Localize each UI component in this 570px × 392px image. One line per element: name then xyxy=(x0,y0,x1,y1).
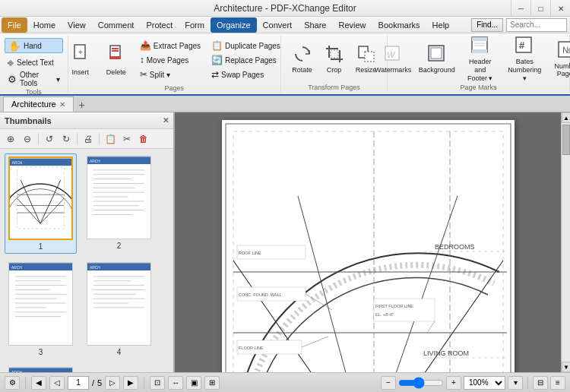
svg-rect-66 xyxy=(87,263,150,344)
vertical-scrollbar[interactable]: ▲ ▼ xyxy=(561,112,570,372)
fit-page-button[interactable]: ⊡ xyxy=(150,376,165,390)
zoom-in-button[interactable]: + xyxy=(446,376,461,390)
menu-view[interactable]: View xyxy=(62,17,92,33)
thumb-cut-button[interactable]: ✂ xyxy=(119,131,135,147)
number-pages-button[interactable]: № Number Pages xyxy=(549,38,570,81)
minimize-button[interactable]: ─ xyxy=(511,0,530,17)
prev-page-button[interactable]: ◀ xyxy=(31,376,46,390)
search-input[interactable] xyxy=(506,18,567,32)
find-button[interactable]: Find... xyxy=(471,18,503,32)
thumbnail-page-2[interactable]: ARCH 2 xyxy=(83,153,155,254)
page-number-input[interactable]: 1 xyxy=(68,376,89,390)
menu-file[interactable]: File xyxy=(2,17,27,33)
thumbnail-page-5[interactable]: ARCH 5 xyxy=(5,365,77,372)
menu-help[interactable]: Help xyxy=(426,17,456,33)
duplicate-icon: 📋 xyxy=(211,40,223,51)
bates-numbering-button[interactable]: # Bates Numbering ▾ xyxy=(502,38,547,81)
menu-convert[interactable]: Convert xyxy=(257,17,299,33)
status-right: − + 25% 50% 75% 100% 125% 150% 200% ▾ ⊟ … xyxy=(381,376,565,390)
tab-architecture[interactable]: Architecture ✕ xyxy=(3,96,74,112)
swap-pages-button[interactable]: ⇄ Swap Pages xyxy=(207,68,284,81)
layout-button-2[interactable]: ≡ xyxy=(550,376,565,390)
zoom-options-button[interactable]: ▾ xyxy=(508,376,523,390)
zoom-slider[interactable] xyxy=(398,378,444,388)
thumbnails-title: Thumbnails xyxy=(5,116,52,125)
thumb-sep-3 xyxy=(99,133,100,145)
thumb-delete-button[interactable]: 🗑 xyxy=(136,131,151,147)
zoom-select[interactable]: 25% 50% 75% 100% 125% 150% 200% xyxy=(464,376,505,390)
status-settings-button[interactable]: ⚙ xyxy=(5,376,20,390)
svg-rect-116 xyxy=(374,299,435,321)
menu-form[interactable]: Form xyxy=(179,17,211,33)
next-page-button[interactable]: ▶ xyxy=(123,376,138,390)
next-button[interactable]: ▷ xyxy=(105,376,120,390)
fit-width-button[interactable]: ↔ xyxy=(168,376,183,390)
menu-comment[interactable]: Comment xyxy=(92,17,141,33)
thumbnails-panel: Thumbnails ✕ ⊕ ⊖ ↺ ↻ 🖨 📋 ✂ 🗑 xyxy=(0,112,175,372)
duplicate-pages-button[interactable]: 📋 Duplicate Pages xyxy=(207,39,284,52)
tools-icon: ⚙ xyxy=(8,74,17,85)
thumbnail-page-3[interactable]: ARCH 3 xyxy=(5,260,77,359)
thumb-zoom-out-button[interactable]: ⊖ xyxy=(20,131,35,147)
header-footer-button[interactable]: Header and Footer ▾ xyxy=(459,38,501,81)
thumb-rotate-right-button[interactable]: ↻ xyxy=(59,131,74,147)
hand-tool-button[interactable]: ✋ Hand xyxy=(5,38,63,53)
thumb-rotate-left-button[interactable]: ↺ xyxy=(42,131,57,147)
background-button[interactable]: Background xyxy=(416,38,458,81)
insert-button[interactable]: + Insert xyxy=(65,39,97,81)
tab-architecture-label: Architecture xyxy=(11,100,56,109)
crop-button[interactable]: Crop xyxy=(319,38,350,81)
main-area: Thumbnails ✕ ⊕ ⊖ ↺ ↻ 🖨 📋 ✂ 🗑 xyxy=(0,112,570,372)
menu-organize[interactable]: Organize xyxy=(211,17,257,33)
prev-button[interactable]: ◁ xyxy=(49,376,65,390)
scroll-thumb[interactable] xyxy=(562,125,570,155)
extract-pages-button[interactable]: 📤 Extract Pages xyxy=(136,39,204,52)
thumb-print-button[interactable]: 🖨 xyxy=(81,131,96,147)
watermarks-button[interactable]: W Watermarks xyxy=(372,38,414,81)
rotate-button[interactable]: Rotate xyxy=(287,38,318,81)
thumb-image-2: ARCH xyxy=(87,156,151,239)
menu-protect[interactable]: Protect xyxy=(140,17,179,33)
thumb-copy-button[interactable]: 📋 xyxy=(103,131,118,147)
ribbon-group-tools: ✋ Hand ⎆ Select Text ⚙ Other Tools ▾ Too… xyxy=(0,35,68,93)
tab-close-icon[interactable]: ✕ xyxy=(59,100,65,109)
scroll-track xyxy=(562,123,570,362)
other-tools-button[interactable]: ⚙ Other Tools ▾ xyxy=(5,71,63,87)
pages-group-content: + Insert Delete 📤 Extract Pages ↕ Move P… xyxy=(63,37,286,83)
scroll-down-button[interactable]: ▼ xyxy=(562,362,570,372)
svg-text:+: + xyxy=(78,48,83,56)
swap-icon: ⇄ xyxy=(211,69,219,80)
thumbnail-page-1[interactable]: ARCH xyxy=(5,153,77,254)
thumb-zoom-in-button[interactable]: ⊕ xyxy=(3,131,18,147)
header-footer-icon xyxy=(470,36,490,58)
menu-review[interactable]: Review xyxy=(332,17,372,33)
zoom-out-button[interactable]: − xyxy=(381,376,396,390)
new-tab-button[interactable]: + xyxy=(75,98,89,112)
bates-icon: # xyxy=(515,36,534,58)
ribbon-group-pages: + Insert Delete 📤 Extract Pages ↕ Move P… xyxy=(68,35,281,93)
select-text-button[interactable]: ⎆ Select Text xyxy=(5,55,63,70)
thumb-page-num-1: 1 xyxy=(39,242,43,251)
layout-button-1[interactable]: ⊟ xyxy=(533,376,548,390)
maximize-button[interactable]: □ xyxy=(530,0,550,17)
scroll-up-button[interactable]: ▲ xyxy=(562,112,570,123)
thumbnails-content: ARCH xyxy=(0,149,173,372)
svg-text:#: # xyxy=(519,40,525,51)
delete-button[interactable]: Delete xyxy=(100,39,133,81)
replace-pages-button[interactable]: 🔄 Replace Pages xyxy=(207,53,284,67)
move-pages-button[interactable]: ↕ Move Pages xyxy=(136,53,204,67)
svg-text:CONC. FOUND. WALL: CONC. FOUND. WALL xyxy=(239,292,282,297)
thumbnails-close-icon[interactable]: ✕ xyxy=(163,116,169,125)
svg-text:FLOOR LINE: FLOOR LINE xyxy=(239,346,264,350)
menu-bookmarks[interactable]: Bookmarks xyxy=(372,17,426,33)
svg-rect-26 xyxy=(10,159,71,239)
menu-share[interactable]: Share xyxy=(298,17,332,33)
pages-small-buttons: 📤 Extract Pages ↕ Move Pages ✂ Split ▾ xyxy=(136,39,204,81)
ribbon: ✋ Hand ⎆ Select Text ⚙ Other Tools ▾ Too… xyxy=(0,33,570,96)
close-button[interactable]: ✕ xyxy=(550,0,570,17)
thumbnail-page-4[interactable]: ARCH 4 xyxy=(83,260,155,359)
split-button[interactable]: ✂ Split ▾ xyxy=(136,68,204,81)
menu-home[interactable]: Home xyxy=(27,17,62,33)
view-mode-button[interactable]: ▣ xyxy=(186,376,201,390)
view-mode2-button[interactable]: ⊞ xyxy=(204,376,220,390)
